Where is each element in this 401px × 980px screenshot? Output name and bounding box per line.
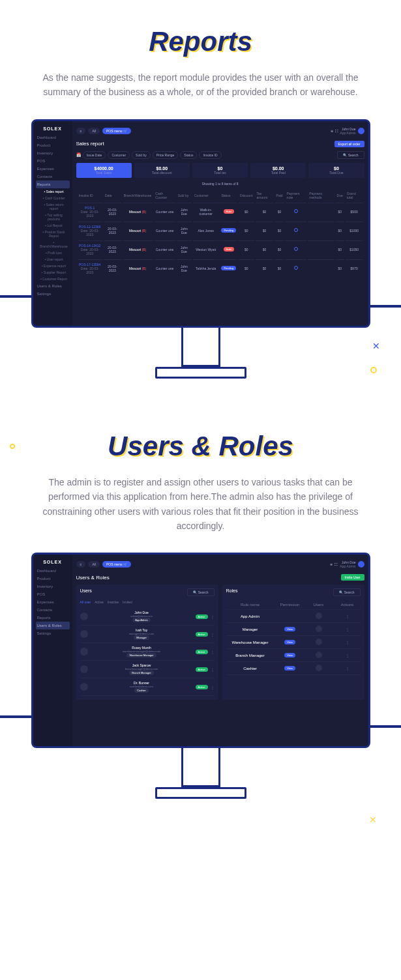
nav-inventory[interactable]: Inventory <box>36 583 70 590</box>
nav-sub-item[interactable]: • Profit loss <box>36 250 70 256</box>
permission-badge[interactable]: View <box>284 627 295 631</box>
nav-contacts[interactable]: Contacts <box>36 173 70 180</box>
role-row[interactable]: ManagerView⋮ <box>226 623 361 636</box>
more-icon[interactable]: ⋮ <box>211 650 215 654</box>
more-icon[interactable]: ⋮ <box>334 666 361 670</box>
nav-sub-item[interactable]: • Top selling products <box>36 212 70 222</box>
nav-reports[interactable]: Reports <box>36 614 70 622</box>
showing-text: Showing 1 to 8 items of 8 <box>76 182 364 186</box>
nav-sub-item[interactable]: • Branch/Warehouse <box>36 239 70 250</box>
more-icon[interactable]: ⋮ <box>334 614 361 618</box>
search-input[interactable]: 🔍 Search <box>337 151 364 159</box>
nav-sub-item[interactable]: • Sales report <box>36 188 70 195</box>
nav-contacts[interactable]: Contacts <box>36 606 70 614</box>
filter-pill[interactable]: Issue Date <box>83 151 106 159</box>
menu-toggle[interactable]: ≡ <box>76 128 86 134</box>
role-row[interactable]: Warehouse ManagerView⋮ <box>226 636 361 649</box>
calendar-icon[interactable]: 📅 <box>76 152 81 157</box>
nav-product[interactable]: Product <box>36 141 70 149</box>
topbar: ≡ All POS menu 🛒 ⊕ ⛶ John Doe App Admin <box>76 125 364 137</box>
nav-product[interactable]: Product <box>36 575 70 583</box>
user-avatar-icon <box>316 612 322 619</box>
nav-sub-item[interactable]: • Supplier Report <box>36 269 70 276</box>
user-avatar-icon <box>316 652 322 658</box>
nav-expenses[interactable]: Expenses <box>36 165 70 173</box>
user-row[interactable]: John Doeadmin@demo.comApp AdminActive⋮ <box>80 608 215 626</box>
permission-badge[interactable]: View <box>284 666 295 670</box>
table-row[interactable]: POS-1Date: 20-03-202320-03-2023Missouri … <box>78 203 363 220</box>
nav-sub-item[interactable]: • Customer Report <box>36 276 70 282</box>
table-row[interactable]: POS-17-13594Date: 20-03-202320-03-2023Mi… <box>78 259 363 277</box>
user-tab[interactable]: Inactive <box>108 600 119 604</box>
table-header: Invoice ID <box>78 190 102 201</box>
invite-user-button[interactable]: Invite User <box>341 574 364 581</box>
nav-settings[interactable]: Settings <box>36 629 70 637</box>
menu-toggle[interactable]: ≡ <box>76 561 86 568</box>
more-icon[interactable]: ⋮ <box>211 667 215 672</box>
more-icon[interactable]: ⋮ <box>211 685 215 689</box>
filter-pill[interactable]: Price Range <box>153 151 179 159</box>
filter-pill[interactable]: Status <box>180 151 197 159</box>
nav-sub-item[interactable]: • Cash Counter <box>36 195 70 201</box>
user-row[interactable]: Ivah Toymanager@demo.comManagerActive⋮ <box>80 626 215 643</box>
sales-table: Invoice IDDateBranch/WarehouseCash Count… <box>76 188 364 278</box>
note-icon[interactable] <box>294 228 298 232</box>
stat-card: $4000.00Total Sales <box>76 163 132 178</box>
note-icon[interactable] <box>294 266 298 270</box>
nav-dashboard[interactable]: Dashboard <box>36 567 70 575</box>
user-menu[interactable]: ⊕ ⛶ John Doe App Admin <box>330 560 364 568</box>
nav-reports[interactable]: Reports <box>36 180 70 188</box>
user-row[interactable]: Rosey Monthwarehousemanager@demo.comWare… <box>80 643 215 661</box>
nav-users-roles[interactable]: Users & Roles <box>36 622 70 629</box>
nav-dashboard[interactable]: Dashboard <box>36 134 70 141</box>
permission-badge[interactable]: View <box>284 653 295 657</box>
note-icon[interactable] <box>294 209 298 213</box>
nav-sub-item[interactable]: • User report <box>36 256 70 263</box>
role-row[interactable]: App Admin⋮ <box>226 610 361 623</box>
nav-sub-item[interactable]: • Sales return report <box>36 201 70 212</box>
nav-sub-item[interactable]: • Expense report <box>36 263 70 269</box>
more-icon[interactable]: ⋮ <box>334 627 361 631</box>
filter-pill[interactable]: Sold by <box>132 151 151 159</box>
table-row[interactable]: POS-12-12369Date: 20-03-202320-03-2023Mi… <box>78 222 363 239</box>
pos-menu-button[interactable]: POS menu 🛒 <box>102 561 131 568</box>
nav-pos[interactable]: POS <box>36 157 70 165</box>
filter-all[interactable]: All <box>88 561 100 568</box>
user-avatar-icon <box>316 639 322 645</box>
role-row[interactable]: CashierView⋮ <box>226 662 361 675</box>
user-row[interactable]: Dr. Bonnercashier@demo.comCashierActive⋮ <box>80 678 215 696</box>
filter-all[interactable]: All <box>88 128 100 134</box>
decoration-lines <box>370 725 402 728</box>
filter-pill[interactable]: Customer <box>108 151 130 159</box>
user-tab[interactable]: Invited <box>123 600 132 604</box>
more-icon[interactable]: ⋮ <box>334 640 361 644</box>
nav-expenses[interactable]: Expenses <box>36 598 70 606</box>
filter-pill[interactable]: Invoice ID <box>199 151 221 159</box>
role-row[interactable]: Branch ManagerView⋮ <box>226 649 361 662</box>
nav-users-roles[interactable]: Users & Roles <box>36 282 70 290</box>
app-logo: SOLEX <box>36 557 70 567</box>
status-badge: Active <box>196 614 208 619</box>
nav-pos[interactable]: POS <box>36 590 70 598</box>
decoration-x-icon: ✕ <box>372 341 380 351</box>
user-menu[interactable]: ⊕ ⛶ John Doe App Admin <box>331 127 364 135</box>
nav-sub-item[interactable]: • Product Stock Report <box>36 229 70 239</box>
nav-inventory[interactable]: Inventory <box>36 149 70 157</box>
nav-settings[interactable]: Settings <box>36 290 70 298</box>
note-icon[interactable] <box>294 247 298 251</box>
more-icon[interactable]: ⋮ <box>211 632 215 637</box>
table-row[interactable]: POS-14-13412Date: 20-03-202320-03-2023Mi… <box>78 240 363 258</box>
more-icon[interactable]: ⋮ <box>211 614 215 619</box>
pos-menu-button[interactable]: POS menu 🛒 <box>102 128 131 134</box>
permission-badge[interactable]: View <box>284 640 295 644</box>
more-icon[interactable]: ⋮ <box>334 653 361 657</box>
users-search[interactable]: 🔍 Search <box>187 588 215 596</box>
user-tab[interactable]: All user <box>80 600 91 604</box>
user-row[interactable]: Jack Sparowbranchmanager@demo.comBranch … <box>80 661 215 678</box>
roles-search[interactable]: 🔍 Search <box>333 588 361 596</box>
nav-sub-item[interactable]: • Lot Report <box>36 222 70 229</box>
user-tab[interactable]: Active <box>95 600 104 604</box>
users-roles-description: The admin is to register and assign othe… <box>31 475 370 534</box>
export-button[interactable]: Export all order <box>334 141 364 147</box>
user-avatar-icon <box>316 626 322 632</box>
